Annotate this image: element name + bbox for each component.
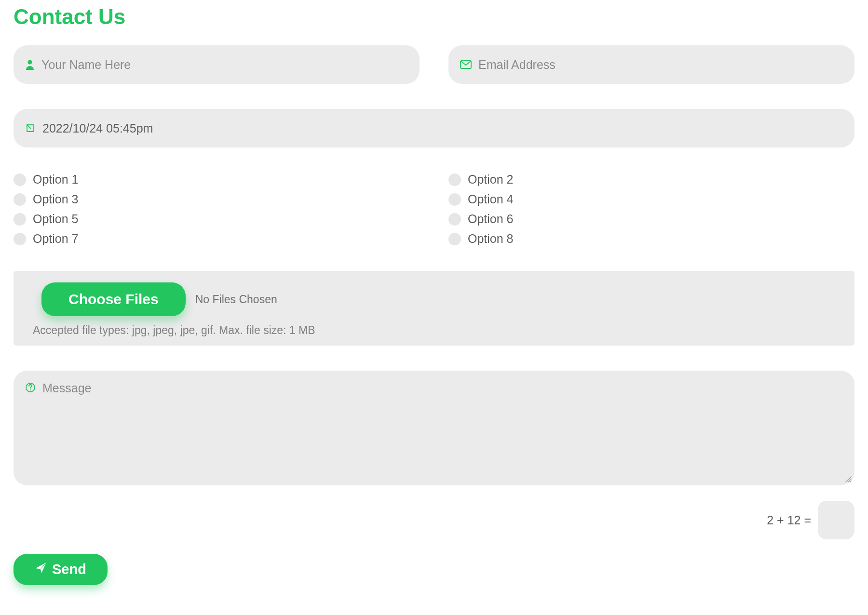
message-field-wrap — [14, 371, 854, 485]
file-status: No Files Chosen — [195, 293, 277, 306]
option-checkbox[interactable]: Option 2 — [448, 173, 854, 187]
option-label: Option 8 — [468, 232, 514, 246]
option-checkbox[interactable]: Option 1 — [14, 173, 420, 187]
captcha-row: 2 + 12 = — [14, 501, 854, 539]
checkbox-icon — [448, 193, 461, 206]
page-title: Contact Us — [14, 5, 854, 29]
option-checkbox[interactable]: Option 4 — [448, 192, 854, 206]
file-accepted-hint: Accepted file types: jpg, jpeg, jpe, gif… — [33, 324, 841, 337]
captcha-question: 2 + 12 = — [767, 513, 811, 527]
checkbox-icon — [14, 174, 26, 186]
question-circle-icon — [25, 382, 36, 393]
checkbox-icon — [448, 233, 461, 245]
checkbox-icon — [448, 174, 461, 186]
email-field-wrap — [448, 45, 854, 84]
name-field-wrap — [14, 45, 420, 84]
checkbox-icon — [14, 213, 26, 226]
paper-plane-icon — [35, 562, 47, 577]
send-button-label: Send — [52, 562, 86, 577]
option-label: Option 6 — [468, 212, 514, 226]
option-checkbox[interactable]: Option 3 — [14, 192, 420, 206]
option-checkbox[interactable]: Option 6 — [448, 212, 854, 226]
option-label: Option 2 — [468, 173, 514, 187]
datetime-field-wrap — [14, 109, 854, 147]
option-label: Option 5 — [33, 212, 79, 226]
captcha-input[interactable] — [818, 501, 854, 539]
choose-files-button[interactable]: Choose Files — [41, 282, 186, 316]
message-textarea[interactable] — [42, 381, 843, 473]
resize-handle-icon[interactable] — [845, 476, 852, 482]
svg-point-3 — [30, 389, 31, 390]
option-label: Option 3 — [33, 192, 79, 206]
option-label: Option 1 — [33, 173, 79, 187]
send-button[interactable]: Send — [14, 554, 108, 585]
option-checkbox[interactable]: Option 5 — [14, 212, 420, 226]
option-checkbox[interactable]: Option 8 — [448, 232, 854, 246]
file-upload-block: Choose Files No Files Chosen Accepted fi… — [14, 271, 854, 346]
options-grid: Option 1 Option 2 Option 3 Option 4 Opti… — [14, 173, 854, 246]
datetime-input[interactable] — [42, 121, 843, 135]
name-input[interactable] — [41, 58, 408, 72]
email-input[interactable] — [478, 58, 843, 72]
calendar-arrow-icon — [25, 123, 36, 134]
option-label: Option 7 — [33, 232, 79, 246]
checkbox-icon — [448, 213, 461, 226]
user-icon — [25, 59, 35, 70]
checkbox-icon — [14, 233, 26, 245]
option-checkbox[interactable]: Option 7 — [14, 232, 420, 246]
option-label: Option 4 — [468, 192, 514, 206]
checkbox-icon — [14, 193, 26, 206]
envelope-icon — [460, 60, 472, 69]
svg-point-0 — [28, 60, 32, 65]
